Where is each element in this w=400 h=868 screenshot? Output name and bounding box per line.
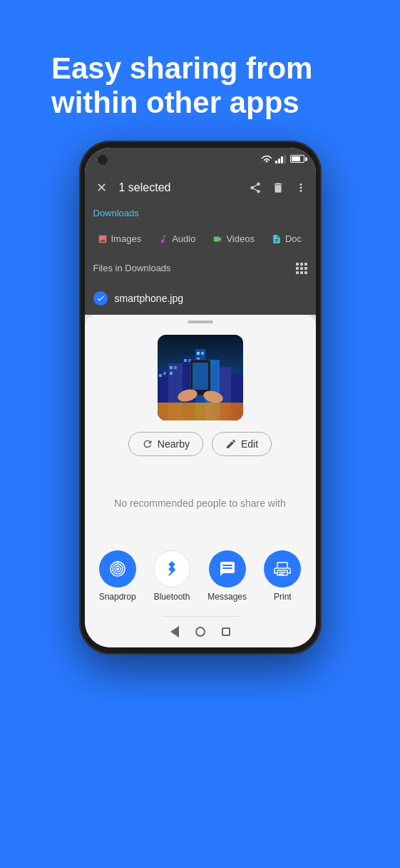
tab-audio[interactable]: Audio (151, 231, 202, 247)
camera-notch (98, 155, 108, 165)
tab-images-label: Images (111, 233, 142, 244)
back-button[interactable] (162, 619, 188, 645)
headline-text: Easy sharing from within other apps (26, 26, 374, 121)
svg-point-27 (116, 560, 118, 562)
share-apps-row: Snapdrop Bluetooth (85, 539, 316, 616)
wifi-icon (261, 155, 272, 163)
tab-docs[interactable]: Doc (265, 231, 309, 247)
phone-shell: ✕ 1 selected (79, 141, 322, 655)
files-header-text: Files in Downloads (93, 263, 171, 273)
file-checkbox (93, 291, 108, 306)
sheet-handle (188, 321, 213, 323)
toolbar-title: 1 selected (119, 181, 240, 194)
breadcrumb-bar: Downloads (85, 205, 316, 223)
battery-icon (290, 155, 304, 163)
tab-videos-label: Videos (226, 233, 255, 244)
print-label: Print (274, 592, 292, 602)
print-icon (264, 550, 301, 587)
signal-icon (275, 155, 286, 163)
share-app-bluetooth[interactable]: Bluetooth (153, 550, 190, 602)
svg-rect-18 (158, 403, 243, 420)
svg-rect-28 (277, 562, 287, 568)
breadcrumb[interactable]: Downloads (93, 208, 139, 218)
svg-rect-2 (159, 374, 162, 377)
close-button[interactable]: ✕ (93, 180, 111, 196)
grid-view-icon[interactable] (296, 263, 307, 274)
phone-screen: ✕ 1 selected (85, 148, 316, 647)
svg-rect-7 (170, 372, 173, 375)
delete-icon[interactable] (272, 181, 284, 194)
app-toolbar: ✕ 1 selected (85, 171, 316, 205)
phone-mockup: ✕ 1 selected (79, 141, 322, 819)
back-icon (170, 626, 179, 637)
recents-button[interactable] (213, 619, 239, 645)
svg-rect-30 (279, 572, 286, 573)
svg-rect-12 (197, 352, 200, 355)
tab-videos[interactable]: Videos (205, 231, 262, 247)
recents-icon (222, 627, 230, 636)
share-icon[interactable] (249, 181, 262, 194)
svg-rect-5 (170, 366, 173, 369)
tab-images[interactable]: Images (91, 231, 149, 247)
action-buttons: Nearby Edit (128, 432, 272, 456)
snapdrop-label: Snapdrop (99, 592, 136, 602)
messages-label: Messages (207, 592, 247, 602)
svg-rect-31 (279, 573, 284, 575)
messages-icon (209, 550, 246, 587)
headline: Easy sharing from within other apps (0, 0, 400, 121)
edit-button[interactable]: Edit (212, 432, 272, 456)
svg-rect-6 (174, 366, 177, 369)
more-icon[interactable] (294, 181, 307, 194)
file-name: smartphone.jpg (115, 293, 184, 304)
status-bar (85, 148, 316, 171)
home-button[interactable] (188, 619, 213, 645)
share-app-snapdrop[interactable]: Snapdrop (99, 550, 136, 602)
category-tabs: Images Audio Videos Doc (85, 223, 316, 255)
svg-rect-9 (184, 359, 187, 362)
bluetooth-icon (153, 550, 190, 587)
status-icons (261, 155, 304, 163)
svg-point-26 (116, 567, 119, 570)
edit-icon (225, 438, 237, 450)
share-app-messages[interactable]: Messages (207, 550, 247, 602)
nearby-icon (142, 438, 153, 450)
bluetooth-label: Bluetooth (154, 592, 190, 602)
nav-bar (162, 616, 239, 647)
tab-docs-label: Doc (285, 233, 302, 244)
tab-audio-label: Audio (172, 233, 195, 244)
files-header: Files in Downloads (85, 255, 316, 282)
svg-rect-13 (201, 352, 204, 355)
file-item[interactable]: smartphone.jpg (85, 282, 316, 315)
share-app-print[interactable]: Print (264, 550, 301, 602)
no-recommend-text: No recommended people to share with (103, 468, 297, 539)
toolbar-action-icons (249, 181, 307, 194)
image-preview-inner (158, 335, 243, 420)
bottom-sheet: Nearby Edit No recommended people to sha… (85, 315, 316, 647)
nearby-label: Nearby (158, 438, 190, 450)
home-icon (195, 627, 205, 637)
nearby-button[interactable]: Nearby (128, 432, 203, 456)
snapdrop-icon (99, 550, 136, 587)
image-preview (158, 335, 243, 420)
edit-label: Edit (241, 438, 258, 450)
svg-rect-20 (193, 363, 208, 390)
svg-rect-3 (163, 372, 166, 375)
